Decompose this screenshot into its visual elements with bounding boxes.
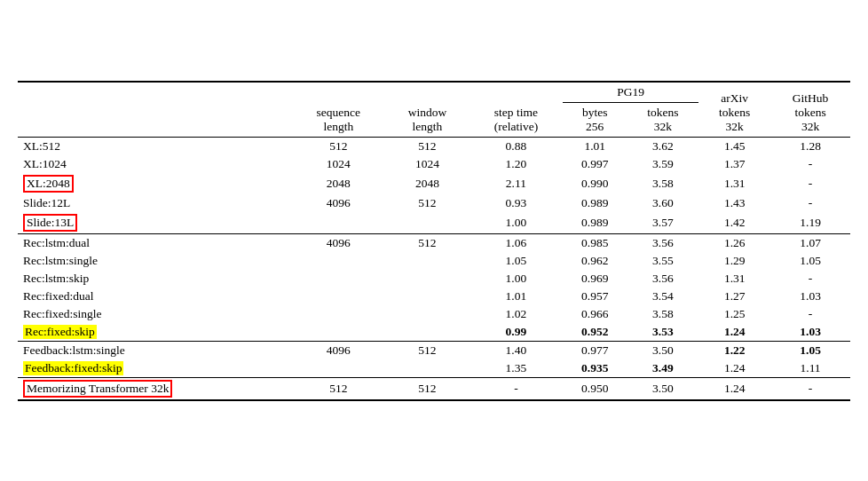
cell-model-name: Rec:lstm:single bbox=[18, 252, 292, 270]
cell-win-len: 512 bbox=[385, 137, 470, 155]
cell-arxiv-tokens: 1.43 bbox=[698, 194, 770, 212]
cell-arxiv-tokens: 1.37 bbox=[698, 155, 770, 173]
cell-pg19-tokens: 3.56 bbox=[627, 233, 698, 252]
cell-arxiv-tokens: 1.24 bbox=[698, 377, 770, 400]
table-container: sequencelength windowlength step time(re… bbox=[18, 81, 850, 401]
cell-seq-len bbox=[292, 359, 385, 378]
table-row: Rec:fixed:single1.020.9663.581.25- bbox=[18, 305, 850, 323]
cell-pg19-tokens: 3.58 bbox=[627, 173, 698, 194]
cell-model-name: Rec:fixed:skip bbox=[18, 323, 292, 342]
table-row: XL:1024102410241.200.9973.591.37- bbox=[18, 155, 850, 173]
cell-step-time: 1.40 bbox=[470, 341, 563, 359]
cell-pg19-bytes: 0.997 bbox=[563, 155, 627, 173]
cell-win-len bbox=[385, 323, 470, 342]
cell-model-name: XL:512 bbox=[18, 137, 292, 155]
cell-github-tokens: 1.07 bbox=[770, 233, 850, 252]
cell-pg19-bytes: 0.989 bbox=[563, 212, 627, 234]
table-row: XL:5125125120.881.013.621.451.28 bbox=[18, 137, 850, 155]
cell-arxiv-tokens: 1.22 bbox=[698, 341, 770, 359]
cell-pg19-bytes: 0.989 bbox=[563, 194, 627, 212]
table-row: Memorizing Transformer 32k512512-0.9503.… bbox=[18, 377, 850, 400]
cell-github-tokens: 1.05 bbox=[770, 341, 850, 359]
cell-win-len: 512 bbox=[385, 233, 470, 252]
header-pg19: PG19 bbox=[563, 82, 698, 103]
header-arxiv: arXivtokens32k bbox=[698, 82, 770, 138]
table-row: Feedback:fixed:skip1.350.9353.491.241.11 bbox=[18, 359, 850, 378]
header-step-time: step time(relative) bbox=[470, 82, 563, 138]
cell-arxiv-tokens: 1.42 bbox=[698, 212, 770, 234]
cell-seq-len: 512 bbox=[292, 377, 385, 400]
cell-pg19-tokens: 3.59 bbox=[627, 155, 698, 173]
cell-win-len: 1024 bbox=[385, 155, 470, 173]
cell-win-len bbox=[385, 212, 470, 234]
cell-seq-len bbox=[292, 323, 385, 342]
cell-pg19-bytes: 0.950 bbox=[563, 377, 627, 400]
cell-pg19-tokens: 3.50 bbox=[627, 377, 698, 400]
cell-step-time: 1.06 bbox=[470, 233, 563, 252]
cell-step-time: 1.00 bbox=[470, 270, 563, 288]
cell-pg19-tokens: 3.49 bbox=[627, 359, 698, 378]
cell-arxiv-tokens: 1.24 bbox=[698, 359, 770, 378]
cell-win-len: 512 bbox=[385, 341, 470, 359]
cell-arxiv-tokens: 1.27 bbox=[698, 288, 770, 305]
cell-seq-len: 1024 bbox=[292, 155, 385, 173]
cell-pg19-bytes: 0.977 bbox=[563, 341, 627, 359]
header-github: GitHubtokens32k bbox=[770, 82, 850, 138]
cell-pg19-tokens: 3.62 bbox=[627, 137, 698, 155]
cell-github-tokens: - bbox=[770, 173, 850, 194]
cell-pg19-tokens: 3.57 bbox=[627, 212, 698, 234]
header-model bbox=[18, 82, 292, 138]
table-row: Slide:13L1.000.9893.571.421.19 bbox=[18, 212, 850, 234]
cell-arxiv-tokens: 1.26 bbox=[698, 233, 770, 252]
cell-seq-len bbox=[292, 288, 385, 305]
cell-github-tokens: - bbox=[770, 377, 850, 400]
cell-seq-len bbox=[292, 252, 385, 270]
cell-seq-len bbox=[292, 212, 385, 234]
cell-pg19-bytes: 0.962 bbox=[563, 252, 627, 270]
cell-github-tokens: - bbox=[770, 194, 850, 212]
cell-pg19-bytes: 0.957 bbox=[563, 288, 627, 305]
cell-pg19-bytes: 0.985 bbox=[563, 233, 627, 252]
cell-model-name: Rec:lstm:dual bbox=[18, 233, 292, 252]
cell-github-tokens: 1.11 bbox=[770, 359, 850, 378]
table-row: Rec:lstm:skip1.000.9693.561.31- bbox=[18, 270, 850, 288]
cell-github-tokens: - bbox=[770, 155, 850, 173]
header-pg19-bytes: bytes256 bbox=[563, 102, 627, 137]
cell-step-time: 1.02 bbox=[470, 305, 563, 323]
cell-github-tokens: 1.05 bbox=[770, 252, 850, 270]
cell-model-name: Rec:lstm:skip bbox=[18, 270, 292, 288]
header-pg19-tokens: tokens32k bbox=[627, 102, 698, 137]
cell-pg19-bytes: 0.966 bbox=[563, 305, 627, 323]
cell-pg19-tokens: 3.56 bbox=[627, 270, 698, 288]
cell-model-name: Memorizing Transformer 32k bbox=[18, 377, 292, 400]
cell-step-time: - bbox=[470, 377, 563, 400]
cell-pg19-bytes: 0.952 bbox=[563, 323, 627, 342]
cell-pg19-bytes: 0.935 bbox=[563, 359, 627, 378]
cell-model-name: Slide:12L bbox=[18, 194, 292, 212]
cell-pg19-tokens: 3.60 bbox=[627, 194, 698, 212]
header-win-len: windowlength bbox=[385, 82, 470, 138]
cell-pg19-tokens: 3.54 bbox=[627, 288, 698, 305]
cell-arxiv-tokens: 1.25 bbox=[698, 305, 770, 323]
cell-github-tokens: - bbox=[770, 270, 850, 288]
cell-pg19-tokens: 3.53 bbox=[627, 323, 698, 342]
table-row: Slide:12L40965120.930.9893.601.43- bbox=[18, 194, 850, 212]
cell-pg19-tokens: 3.58 bbox=[627, 305, 698, 323]
results-table: sequencelength windowlength step time(re… bbox=[18, 81, 850, 401]
cell-model-name: Rec:fixed:dual bbox=[18, 288, 292, 305]
cell-win-len bbox=[385, 359, 470, 378]
cell-arxiv-tokens: 1.45 bbox=[698, 137, 770, 155]
cell-model-name: Rec:fixed:single bbox=[18, 305, 292, 323]
cell-github-tokens: - bbox=[770, 305, 850, 323]
cell-step-time: 0.99 bbox=[470, 323, 563, 342]
cell-step-time: 1.01 bbox=[470, 288, 563, 305]
cell-github-tokens: 1.03 bbox=[770, 323, 850, 342]
cell-step-time: 0.93 bbox=[470, 194, 563, 212]
cell-arxiv-tokens: 1.24 bbox=[698, 323, 770, 342]
cell-model-name: XL:1024 bbox=[18, 155, 292, 173]
table-row: XL:2048204820482.110.9903.581.31- bbox=[18, 173, 850, 194]
cell-model-name: Feedback:lstm:single bbox=[18, 341, 292, 359]
cell-seq-len: 4096 bbox=[292, 233, 385, 252]
cell-model-name: Slide:13L bbox=[18, 212, 292, 234]
cell-github-tokens: 1.03 bbox=[770, 288, 850, 305]
